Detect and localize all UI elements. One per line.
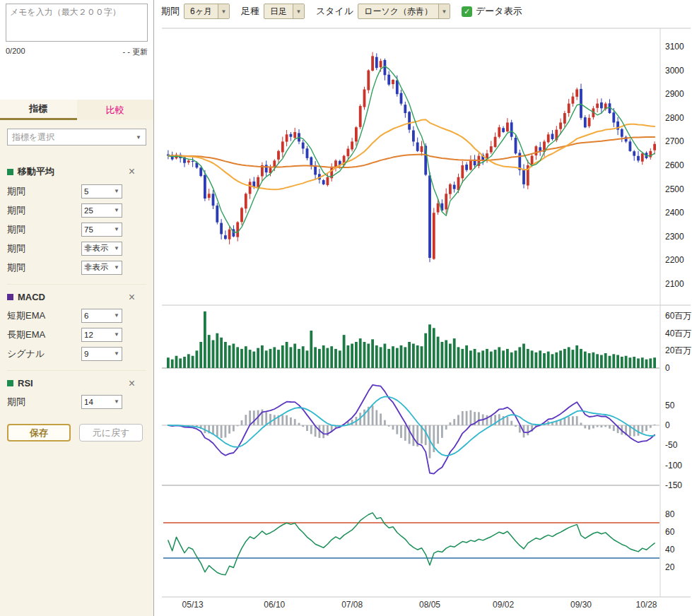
svg-text:07/08: 07/08: [341, 600, 363, 610]
macd-row-fast: 短期EMA 6 ▼: [7, 306, 146, 325]
ma-period-4-select[interactable]: 非表示 ▼: [81, 242, 122, 256]
memo-section: 0/200 - - 更新: [0, 0, 153, 57]
memo-input[interactable]: [6, 4, 148, 42]
chevron-down-icon: ▼: [136, 134, 141, 141]
chevron-down-icon: ▼: [293, 4, 304, 18]
svg-text:-150: -150: [665, 480, 682, 490]
axis-labels: 2100220023002400250026002700280029003000…: [182, 42, 692, 610]
ma-period-2-select[interactable]: 25 ▼: [81, 203, 122, 218]
chevron-down-icon: ▼: [114, 226, 119, 232]
check-icon: ✓: [464, 7, 470, 16]
indicator-select[interactable]: 指標を選択 ▼: [7, 129, 146, 146]
close-icon[interactable]: ×: [129, 167, 135, 177]
ma-row-3: 期間 75 ▼: [7, 220, 146, 239]
reset-button[interactable]: 元に戻す: [79, 424, 143, 442]
svg-text:3000: 3000: [665, 66, 684, 76]
macd-signal-select[interactable]: 9 ▼: [81, 347, 122, 361]
svg-text:-50: -50: [665, 440, 678, 450]
svg-text:2300: 2300: [665, 232, 684, 242]
svg-text:3100: 3100: [665, 42, 684, 52]
ma-row-2: 期間 25 ▼: [7, 201, 146, 220]
svg-text:10/28: 10/28: [636, 600, 657, 610]
ma-period-3-select[interactable]: 75 ▼: [81, 223, 122, 237]
tab-indicators[interactable]: 指標: [0, 100, 77, 120]
chevron-down-icon: ▼: [114, 245, 119, 251]
ma-row-1: 期間 5 ▼: [7, 182, 146, 201]
memo-counter: 0/200: [6, 47, 25, 57]
svg-text:60: 60: [665, 527, 675, 537]
bar-type-select[interactable]: 日足 ▼: [264, 4, 305, 19]
chevron-down-icon: ▼: [114, 207, 119, 213]
ma-row-4: 期間 非表示 ▼: [7, 239, 146, 258]
macd-slow-select[interactable]: 12 ▼: [81, 328, 122, 342]
svg-text:06/10: 06/10: [264, 600, 285, 610]
indicator-color-chip: [7, 294, 13, 300]
indicator-color-chip: [7, 380, 13, 386]
style-label: スタイル: [316, 5, 353, 18]
svg-text:2900: 2900: [665, 89, 684, 99]
volume-bars: [167, 312, 656, 368]
macd-row-signal: シグナル 9 ▼: [7, 344, 146, 363]
svg-text:2100: 2100: [665, 279, 684, 289]
bar-type-label: 足種: [241, 5, 259, 18]
tab-compare[interactable]: 比較: [77, 100, 154, 120]
rsi-row-period: 期間 14 ▼: [7, 392, 146, 411]
svg-text:2600: 2600: [665, 160, 684, 170]
ma-period-5-select[interactable]: 非表示 ▼: [81, 261, 122, 275]
section-moving-average: 移動平均 × 期間 5 ▼ 期間 25 ▼ 期間 75: [7, 158, 146, 277]
svg-text:2400: 2400: [665, 208, 684, 218]
svg-text:80: 80: [665, 509, 675, 519]
svg-text:40百万: 40百万: [665, 328, 691, 338]
rsi-period-select[interactable]: 14 ▼: [81, 395, 122, 409]
indicator-panel: 指標を選択 ▼ 移動平均 × 期間 5 ▼ 期間 25 ▼: [0, 120, 153, 616]
close-icon[interactable]: ×: [129, 292, 135, 302]
chart-toolbar: 期間 6ヶ月 ▼ 足種 日足 ▼ スタイル ローソク（赤青） ▼ ✓ データ表示: [155, 0, 692, 23]
chart-area: 期間 6ヶ月 ▼ 足種 日足 ▼ スタイル ローソク（赤青） ▼ ✓ データ表示…: [155, 0, 692, 616]
candlesticks: [167, 52, 656, 262]
macd-panel: [168, 385, 656, 474]
style-select[interactable]: ローソク（赤青） ▼: [358, 4, 450, 19]
svg-text:2700: 2700: [665, 136, 684, 146]
svg-text:50: 50: [665, 401, 675, 410]
chevron-down-icon: ▼: [438, 4, 450, 18]
svg-text:09/02: 09/02: [493, 600, 514, 610]
data-display-label: データ表示: [476, 5, 522, 18]
svg-text:09/30: 09/30: [570, 600, 592, 610]
memo-updated: - - 更新: [123, 47, 148, 57]
chevron-down-icon: ▼: [114, 188, 119, 194]
svg-text:60百万: 60百万: [665, 311, 691, 321]
chevron-down-icon: ▼: [114, 350, 119, 357]
ma-row-5: 期間 非表示 ▼: [7, 258, 146, 277]
save-button[interactable]: 保存: [7, 424, 71, 442]
stock-chart[interactable]: 2100220023002400250026002700280029003000…: [155, 0, 692, 616]
section-macd: MACD × 短期EMA 6 ▼ 長期EMA 12 ▼ シグナル: [7, 284, 146, 363]
svg-text:0: 0: [665, 420, 670, 430]
svg-text:-100: -100: [665, 461, 682, 470]
period-select[interactable]: 6ヶ月 ▼: [184, 4, 230, 19]
close-icon[interactable]: ×: [129, 379, 135, 389]
section-rsi: RSI × 期間 14 ▼: [7, 370, 146, 411]
section-title: 移動平均: [18, 165, 54, 178]
svg-text:2800: 2800: [665, 113, 684, 123]
chevron-down-icon: ▼: [114, 264, 119, 271]
svg-text:2500: 2500: [665, 184, 684, 194]
indicator-color-chip: [7, 169, 13, 175]
data-display-checkbox[interactable]: ✓: [462, 6, 472, 17]
chevron-down-icon: ▼: [114, 331, 119, 338]
sidebar: 0/200 - - 更新 指標 比較 指標を選択 ▼ 移動平均 × 期間 5 ▼: [0, 0, 154, 616]
macd-row-slow: 長期EMA 12 ▼: [7, 325, 146, 344]
svg-text:20: 20: [665, 562, 675, 572]
svg-text:05/13: 05/13: [182, 600, 204, 610]
period-label: 期間: [161, 5, 180, 18]
chevron-down-icon: ▼: [114, 312, 119, 319]
macd-fast-select[interactable]: 6 ▼: [81, 309, 122, 323]
panel-separators: [162, 28, 691, 597]
svg-text:40: 40: [665, 545, 675, 555]
ma-period-1-select[interactable]: 5 ▼: [81, 184, 122, 199]
section-title: MACD: [18, 292, 45, 302]
svg-text:0: 0: [665, 363, 670, 373]
svg-text:20百万: 20百万: [665, 345, 691, 355]
chevron-down-icon: ▼: [114, 398, 119, 405]
sidebar-tabs: 指標 比較: [0, 100, 153, 120]
svg-text:2200: 2200: [665, 255, 684, 265]
